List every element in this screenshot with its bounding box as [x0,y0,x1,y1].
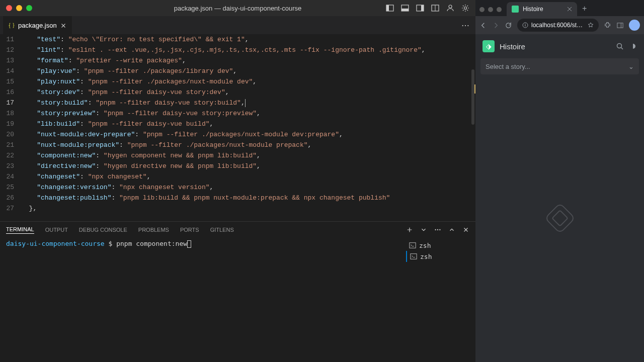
close-window-button[interactable] [6,5,12,11]
panel-tabs: TERMINAL OUTPUT DEBUG CONSOLE PROBLEMS P… [0,222,475,238]
new-tab-button[interactable]: + [577,4,592,16]
vscode-window: package.json — daisy-ui-component-course… [0,0,475,362]
bottom-panel: TERMINAL OUTPUT DEBUG CONSOLE PROBLEMS P… [0,221,475,362]
browser-close-button[interactable] [479,7,485,12]
account-icon[interactable] [446,4,454,12]
terminal-dropdown-icon[interactable] [420,226,427,233]
panel-tab-problems[interactable]: PROBLEMS [138,227,169,233]
close-tab-icon[interactable] [60,22,67,29]
svg-point-9 [464,7,467,10]
svg-rect-14 [411,254,417,259]
story-canvas [475,74,644,362]
svg-point-12 [439,229,440,230]
maximize-window-button[interactable] [26,5,32,11]
terminal[interactable]: daisy-ui-component-course $ pnpm compone… [0,238,475,362]
terminal-prompt-symbol: $ [109,240,113,247]
browser-window: Histoire + localhost:6006/st… ⬗ Histoire… [475,0,644,362]
panel-right-icon[interactable] [416,4,424,12]
svg-rect-17 [525,25,525,27]
bookmark-star-icon[interactable] [588,22,594,28]
browser-tab[interactable]: Histoire [507,2,577,16]
svg-rect-18 [617,23,623,27]
terminal-command: pnpm component:new [116,240,187,247]
terminal-icon [410,253,417,260]
titlebar-actions [386,4,469,12]
svg-line-21 [621,48,623,50]
story-selector[interactable]: Select a story... ⌄ [480,58,639,74]
minimap-thumb[interactable] [471,69,474,125]
editor-tabs: package.json ⋯ [0,16,475,34]
favicon-icon [512,6,519,13]
minimap-highlight [474,84,475,94]
new-terminal-icon[interactable] [406,226,413,233]
line-gutter: 1112131415161718192021222324252627 [0,34,21,221]
theme-toggle-icon[interactable] [629,42,637,50]
url-text: localhost:6006/st… [531,22,583,29]
panel-more-icon[interactable] [434,226,441,233]
tab-package-json[interactable]: package.json [3,16,72,34]
loading-placeholder-icon [544,203,575,234]
json-file-icon [8,22,15,29]
svg-rect-3 [401,9,409,11]
editor[interactable]: 1112131415161718192021222324252627 "test… [0,34,475,221]
code-area[interactable]: "test": "echo \"Error: no test specified… [21,34,475,221]
chevron-down-icon: ⌄ [628,63,634,70]
browser-maximize-button[interactable] [497,7,502,12]
maximize-panel-icon[interactable] [448,226,455,233]
panel-left-icon[interactable] [386,4,394,12]
browser-tab-title: Histoire [523,6,543,13]
histoire-brand: Histoire [500,42,611,51]
svg-point-20 [617,44,622,48]
svg-rect-13 [410,243,416,248]
terminal-output[interactable]: daisy-ui-component-course $ pnpm compone… [6,240,404,360]
site-info-icon[interactable] [522,22,528,28]
panel-tab-debug-console[interactable]: DEBUG CONSOLE [79,227,127,233]
terminal-prompt-dir: daisy-ui-component-course [6,240,105,247]
svg-point-16 [525,24,526,25]
extensions-icon[interactable] [604,22,611,29]
terminal-sessions: zsh zsh [404,240,469,360]
panel-tab-output[interactable]: OUTPUT [45,227,68,233]
histoire-logo-icon: ⬗ [482,40,495,52]
close-panel-icon[interactable] [462,226,469,233]
tab-overflow-button[interactable]: ⋯ [455,21,475,30]
panel-tab-terminal[interactable]: TERMINAL [6,226,34,234]
terminal-icon [409,242,416,249]
svg-rect-5 [421,5,424,11]
panel-tab-ports[interactable]: PORTS [180,227,199,233]
story-selector-placeholder: Select a story... [486,63,530,70]
terminal-session[interactable]: zsh [406,240,469,251]
side-panel-icon[interactable] [616,22,624,29]
svg-point-11 [437,229,438,230]
svg-point-8 [449,5,452,8]
session-label: zsh [419,242,431,249]
svg-point-10 [435,229,436,230]
terminal-session[interactable]: zsh [406,251,469,262]
browser-tab-strip: Histoire + [475,0,644,16]
titlebar: package.json — daisy-ui-component-course [0,0,475,16]
reload-icon[interactable] [505,22,512,29]
histoire-header: ⬗ Histoire [475,34,644,58]
forward-icon[interactable] [492,22,500,29]
minimize-window-button[interactable] [16,5,22,11]
terminal-cursor [187,240,191,248]
panel-tab-gitlens[interactable]: GITLENS [210,227,234,233]
svg-rect-1 [386,5,389,11]
layout-icon[interactable] [431,4,439,12]
browser-minimize-button[interactable] [488,7,493,12]
tab-label: package.json [18,22,57,29]
histoire-app: ⬗ Histoire Select a story... ⌄ [475,34,644,362]
window-title: package.json — daisy-ui-component-course [174,5,302,12]
window-controls [6,5,32,11]
back-icon[interactable] [479,22,487,29]
settings-gear-icon[interactable] [461,4,469,12]
close-tab-icon[interactable] [567,7,572,12]
address-bar[interactable]: localhost:6006/st… [517,19,599,32]
browser-toolbar: localhost:6006/st… [475,16,644,34]
panel-bottom-icon[interactable] [401,4,409,12]
session-label: zsh [420,253,432,260]
search-icon[interactable] [616,42,624,50]
browser-window-controls [479,7,507,16]
profile-avatar[interactable] [629,20,640,31]
minimap[interactable] [468,34,475,221]
